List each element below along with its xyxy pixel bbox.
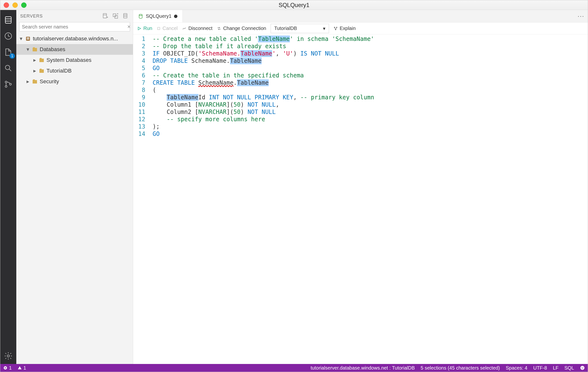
disconnect-button[interactable]: Disconnect	[182, 26, 212, 31]
svg-marker-29	[18, 366, 22, 369]
svg-line-5	[9, 69, 11, 71]
svg-point-24	[336, 27, 337, 28]
tab-bar: SQLQuery1 ···	[133, 10, 588, 23]
change-connection-button[interactable]: Change Connection	[217, 26, 266, 31]
svg-point-32	[583, 367, 583, 368]
titlebar: SQLQuery1	[0, 0, 588, 10]
status-connection[interactable]: tutorialserver.database.windows.net : Tu…	[311, 365, 415, 371]
tree-databases-label: Databases	[40, 46, 65, 53]
folder-icon	[39, 68, 44, 74]
status-selection[interactable]: 5 selections (45 characters selected)	[420, 365, 500, 371]
editor-toolbar: Run Cancel Disconnect Change Connection …	[133, 23, 588, 34]
servers-view-icon[interactable]	[0, 12, 16, 28]
chevron-down-icon: ▾	[323, 26, 326, 32]
new-connection-icon[interactable]	[102, 13, 109, 20]
tab-sqlquery1[interactable]: SQLQuery1	[133, 10, 183, 22]
svg-rect-10	[103, 14, 107, 18]
tree-system-databases[interactable]: ▸ System Databases	[16, 55, 133, 65]
editor: SQLQuery1 ··· Run Cancel Disc	[133, 10, 588, 364]
svg-point-23	[334, 27, 335, 28]
status-language[interactable]: SQL	[564, 365, 574, 371]
status-feedback-icon[interactable]	[580, 365, 585, 370]
code-editor[interactable]: 1234567891011121314 -- Create a new tabl…	[133, 34, 588, 364]
source-control-view-icon[interactable]	[0, 76, 16, 92]
status-errors[interactable]: 1	[3, 365, 12, 371]
tree-tutorialdb-label: TutorialDB	[46, 68, 72, 74]
svg-rect-22	[158, 27, 160, 30]
svg-point-20	[139, 14, 142, 16]
search-input[interactable]	[19, 22, 130, 32]
folder-icon	[39, 57, 44, 63]
tree-sysdb-label: System Databases	[46, 57, 92, 63]
sql-file-icon	[138, 14, 143, 19]
tab-label: SQLQuery1	[146, 13, 172, 19]
run-button[interactable]: Run	[137, 26, 152, 31]
tree-security[interactable]: ▸ Security	[16, 76, 133, 87]
status-bar: 1 1 tutorialserver.database.windows.net …	[0, 364, 588, 372]
svg-rect-12	[113, 14, 116, 17]
close-window[interactable]	[4, 2, 9, 8]
activity-bar: 1	[0, 10, 16, 364]
line-gutter: 1234567891011121314	[133, 35, 153, 364]
svg-rect-13	[115, 16, 118, 19]
history-view-icon[interactable]	[0, 28, 16, 44]
svg-rect-19	[27, 39, 29, 39]
status-spaces[interactable]: Spaces: 4	[506, 365, 527, 371]
tree-tutorialdb[interactable]: ▸ TutorialDB	[16, 65, 133, 76]
status-eol[interactable]: LF	[553, 365, 558, 371]
tree-databases[interactable]: ▾ Databases	[16, 44, 133, 55]
tree-security-label: Security	[40, 78, 59, 85]
tree-server[interactable]: ▾ tutorialserver.database.windows.n...	[16, 33, 133, 44]
svg-point-30	[580, 366, 585, 370]
sidebar: Servers ▾	[16, 10, 133, 364]
explorer-view-icon[interactable]: 1	[0, 44, 16, 60]
database-select[interactable]: TutorialDB ▾	[271, 24, 329, 33]
svg-point-25	[335, 29, 336, 30]
dirty-indicator-icon	[174, 15, 178, 18]
svg-rect-18	[27, 37, 29, 38]
minimize-window[interactable]	[12, 2, 18, 8]
more-actions-icon[interactable]: ···	[578, 12, 584, 20]
svg-rect-0	[5, 17, 11, 23]
svg-marker-21	[138, 27, 141, 30]
cancel-button[interactable]: Cancel	[157, 26, 178, 31]
svg-point-6	[5, 81, 7, 83]
folder-icon	[32, 79, 38, 85]
svg-point-9	[7, 355, 10, 357]
file-badge: 1	[10, 53, 15, 59]
svg-point-4	[5, 65, 10, 70]
svg-rect-14	[124, 14, 127, 18]
svg-point-7	[5, 85, 7, 87]
tree-server-label: tutorialserver.database.windows.n...	[33, 36, 118, 42]
settings-icon[interactable]	[0, 348, 16, 364]
svg-point-8	[10, 83, 11, 85]
server-icon	[25, 36, 31, 42]
window-title: SQLQuery1	[0, 2, 588, 9]
folder-icon	[32, 46, 38, 52]
status-encoding[interactable]: UTF-8	[533, 365, 547, 371]
server-activity-icon[interactable]	[122, 13, 129, 20]
status-warnings[interactable]: 1	[18, 365, 26, 371]
sidebar-title: Servers	[20, 14, 43, 19]
explain-button[interactable]: Explain	[333, 26, 356, 31]
code-content[interactable]: -- Create a new table called 'TableName'…	[153, 35, 374, 364]
search-view-icon[interactable]	[0, 60, 16, 76]
maximize-window[interactable]	[21, 2, 27, 8]
svg-point-31	[581, 367, 582, 368]
new-group-icon[interactable]	[112, 13, 119, 20]
